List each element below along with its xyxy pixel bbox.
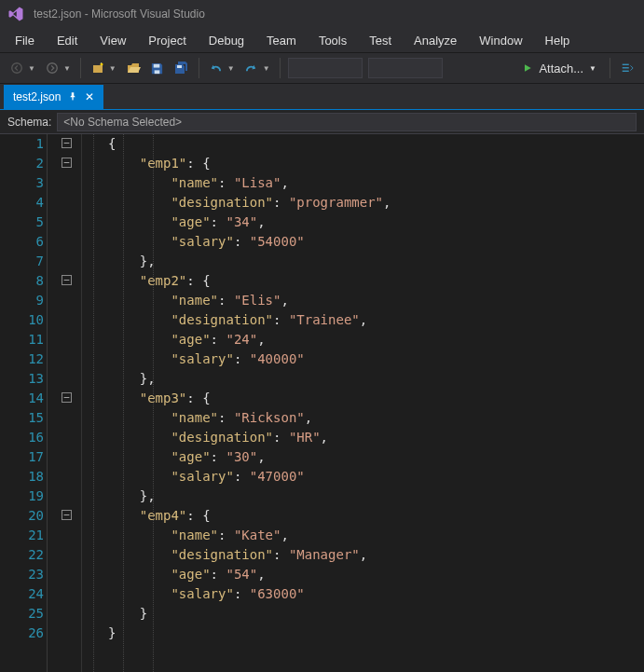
menubar: FileEditViewProjectDebugTeamToolsTestAna… — [0, 28, 644, 52]
svg-rect-5 — [155, 70, 160, 74]
schema-value: <No Schema Selected> — [63, 116, 182, 129]
code-line[interactable]: }, — [108, 252, 644, 271]
menu-analyze[interactable]: Analyze — [403, 31, 468, 50]
separator — [280, 58, 281, 78]
code-line[interactable]: "name": "Kate", — [108, 526, 644, 545]
menu-tools[interactable]: Tools — [308, 31, 358, 50]
line-number: 19 — [0, 487, 44, 506]
line-number: 17 — [0, 447, 44, 467]
menu-project[interactable]: Project — [137, 31, 197, 50]
line-number-gutter: 1−2−345678−91011121314−151617181920−2122… — [0, 134, 82, 672]
code-line[interactable]: } — [108, 624, 644, 643]
menu-file[interactable]: File — [4, 31, 46, 50]
line-number: 18 — [0, 467, 44, 487]
fold-toggle-icon[interactable]: − — [62, 275, 72, 285]
fold-toggle-icon[interactable]: − — [62, 158, 72, 168]
separator — [610, 58, 610, 78]
code-line[interactable]: "designation": "Trainee", — [108, 310, 644, 330]
line-number: 12 — [0, 350, 44, 369]
new-project-button[interactable] — [87, 57, 109, 79]
code-line[interactable]: "designation": "HR", — [108, 428, 644, 447]
code-line[interactable]: "age": "54", — [108, 565, 644, 584]
line-number: 21 — [0, 526, 44, 545]
code-line[interactable]: "age": "24", — [108, 330, 644, 350]
chevron-down-icon[interactable]: ▼ — [227, 64, 235, 73]
separator — [80, 58, 81, 78]
code-line[interactable]: "salary": "47000" — [108, 467, 644, 487]
code-line[interactable]: "emp1": { — [108, 154, 644, 173]
attach-label: Attach... — [539, 62, 583, 75]
tab-test2-json[interactable]: test2.json ✕ — [4, 85, 103, 109]
pin-icon[interactable] — [68, 91, 77, 103]
toolbar-overflow-icon[interactable] — [616, 57, 638, 79]
close-icon[interactable]: ✕ — [85, 90, 94, 103]
svg-rect-9 — [623, 71, 629, 72]
fold-toggle-icon[interactable]: − — [62, 510, 72, 520]
svg-point-0 — [12, 63, 22, 74]
code-line[interactable]: "designation": "programmer", — [108, 193, 644, 213]
code-line[interactable]: "salary": "54000" — [108, 232, 644, 252]
code-line[interactable]: "name": "Lisa", — [108, 173, 644, 193]
fold-toggle-icon[interactable]: − — [62, 392, 72, 403]
tab-filename: test2.json — [13, 90, 61, 103]
menu-team[interactable]: Team — [255, 31, 308, 50]
document-tabbar: test2.json ✕ — [0, 84, 644, 110]
chevron-down-icon[interactable]: ▼ — [109, 64, 116, 73]
separator — [199, 58, 199, 78]
line-number: 16 — [0, 428, 44, 447]
menu-window[interactable]: Window — [468, 31, 533, 50]
code-line[interactable]: } — [108, 604, 644, 624]
code-line[interactable]: "emp2": { — [108, 271, 644, 291]
redo-button[interactable] — [240, 57, 263, 79]
menu-test[interactable]: Test — [358, 31, 403, 50]
svg-point-1 — [48, 63, 58, 74]
menu-view[interactable]: View — [89, 31, 137, 50]
code-line[interactable]: "name": "Elis", — [108, 291, 644, 310]
line-number: 26 — [0, 624, 44, 643]
nav-forward-button[interactable] — [41, 57, 63, 79]
solution-platforms-combo[interactable] — [368, 58, 443, 78]
line-number: 7 — [0, 252, 44, 271]
line-number: 23 — [0, 565, 44, 584]
code-line[interactable]: "salary": "40000" — [108, 350, 644, 369]
code-line[interactable]: "age": "30", — [108, 447, 644, 467]
solution-configurations-combo[interactable] — [288, 58, 363, 78]
code-line[interactable]: "emp4": { — [108, 506, 644, 526]
line-number: 15 — [0, 408, 44, 428]
svg-rect-7 — [623, 64, 629, 65]
save-button[interactable] — [146, 57, 169, 79]
svg-rect-6 — [177, 65, 182, 68]
chevron-down-icon[interactable]: ▼ — [263, 64, 270, 73]
line-number: 1− — [0, 134, 44, 154]
line-number: 5 — [0, 213, 44, 232]
line-number: 4 — [0, 193, 44, 213]
code-line[interactable]: }, — [108, 487, 644, 506]
code-line[interactable]: "designation": "Manager", — [108, 545, 644, 565]
code-line[interactable]: "name": "Rickson", — [108, 408, 644, 428]
code-line[interactable]: "emp3": { — [108, 389, 644, 408]
menu-edit[interactable]: Edit — [46, 31, 89, 50]
visual-studio-logo-icon — [7, 6, 24, 22]
schema-combo[interactable]: <No Schema Selected> — [57, 113, 637, 131]
code-editor[interactable]: 1−2−345678−91011121314−151617181920−2122… — [0, 134, 644, 672]
line-number: 2− — [0, 154, 44, 173]
code-area[interactable]: { "emp1": { "name": "Lisa", "designation… — [82, 134, 644, 672]
fold-toggle-icon[interactable]: − — [62, 138, 72, 148]
chevron-down-icon[interactable]: ▼ — [28, 64, 35, 73]
chevron-down-icon: ▼ — [589, 64, 596, 73]
menu-debug[interactable]: Debug — [198, 31, 255, 50]
line-number: 8− — [0, 271, 44, 291]
undo-button[interactable] — [205, 57, 227, 79]
chevron-down-icon[interactable]: ▼ — [63, 64, 71, 73]
code-line[interactable]: "age": "34", — [108, 213, 644, 232]
code-line[interactable]: }, — [108, 369, 644, 389]
save-all-button[interactable] — [171, 57, 193, 79]
code-line[interactable]: "salary": "63000" — [108, 584, 644, 604]
svg-rect-8 — [623, 67, 629, 68]
attach-button[interactable]: Attach... ▼ — [514, 57, 604, 79]
code-line[interactable]: { — [108, 134, 644, 154]
nav-back-button[interactable] — [6, 57, 28, 79]
line-number: 10 — [0, 310, 44, 330]
open-file-button[interactable] — [122, 57, 144, 79]
menu-help[interactable]: Help — [534, 31, 582, 50]
